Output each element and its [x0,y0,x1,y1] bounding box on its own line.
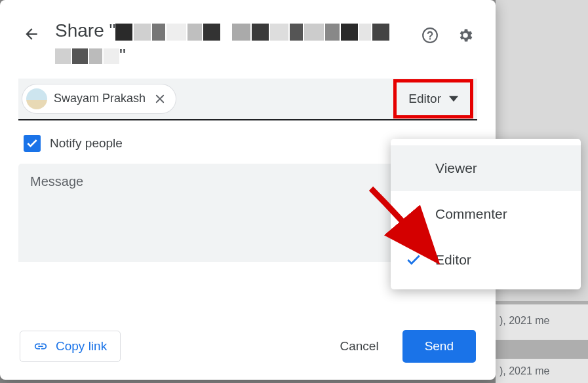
role-menu: Viewer Commenter Editor [391,139,581,289]
check-icon [26,137,39,150]
menu-item-viewer[interactable]: Viewer [391,145,581,191]
notify-checkbox[interactable] [24,135,41,152]
menu-item-label: Viewer [435,160,477,176]
people-input-row[interactable]: Swayam Prakash Editor [18,79,477,120]
gear-icon [457,27,474,44]
redacted-title [115,24,389,41]
copy-link-label: Copy link [56,339,107,354]
menu-item-commenter[interactable]: Commenter [391,191,581,237]
dialog-header: Share " [0,0,496,68]
footer-actions: Cancel Send [332,330,476,363]
bg-row: ), 2021 me [496,304,588,340]
close-icon [154,93,166,105]
settings-button[interactable] [454,24,477,47]
title-prefix: Share " [55,20,115,41]
dialog-footer: Copy link Cancel Send [0,317,496,380]
message-placeholder: Message [30,174,83,189]
person-chip[interactable]: Swayam Prakash [22,84,176,113]
check-icon [405,251,422,268]
arrow-left-icon [23,26,40,43]
menu-item-label: Commenter [435,206,507,222]
role-dropdown-highlight: Editor [393,79,473,119]
role-dropdown-label: Editor [408,92,441,106]
help-button[interactable] [418,24,442,47]
bg-row: ), 2021 me [496,359,588,383]
link-icon [33,339,48,354]
bg-block: to fix ghost touch on iPhone. Let us whe… [496,0,588,84]
dialog-title-area: Share " [55,18,408,68]
header-icons [418,24,477,47]
cancel-button[interactable]: Cancel [332,333,386,360]
menu-item-label: Editor [435,252,471,268]
bg-row-text: ), 2021 me [500,315,549,327]
chip-name: Swayam Prakash [54,92,146,105]
back-button[interactable] [18,21,45,47]
notify-label: Notify people [50,136,123,151]
menu-check-slot [405,251,435,268]
avatar [26,88,47,109]
role-dropdown[interactable]: Editor [397,82,470,115]
chip-remove-button[interactable] [152,91,168,107]
dialog-title: Share " [55,18,408,68]
redacted-title-line2 [55,48,119,64]
help-icon [421,27,439,44]
bg-row-text: ), 2021 me [500,365,549,377]
copy-link-button[interactable]: Copy link [20,331,121,362]
title-suffix: " [119,45,126,65]
menu-item-editor[interactable]: Editor [391,237,581,283]
chevron-down-icon [449,96,458,102]
send-button[interactable]: Send [402,330,476,363]
